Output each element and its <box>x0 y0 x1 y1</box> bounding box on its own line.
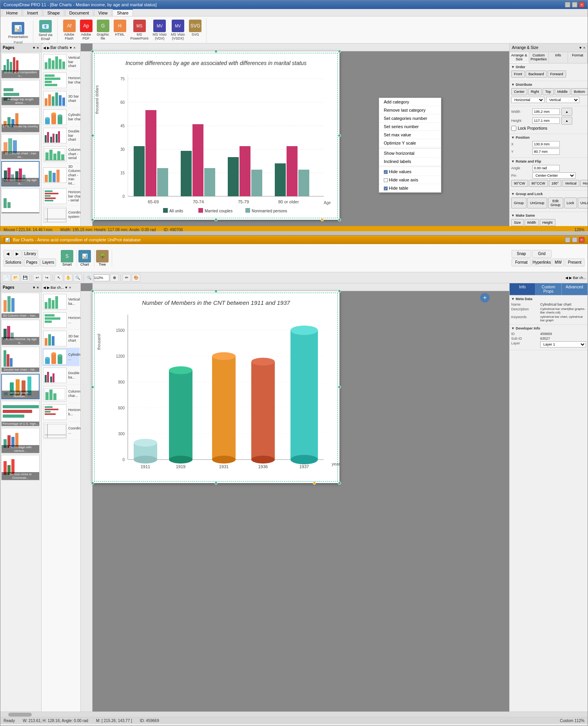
html-button[interactable]: H HTML <box>112 19 128 41</box>
graphic-file-button[interactable]: G Graphicfile <box>95 19 111 41</box>
rotate-180-button[interactable]: 180° <box>549 180 562 187</box>
tab-shape[interactable]: Shape <box>43 9 64 16</box>
page-thumb-3[interactable]: EPIET fellows by country ... <box>1 107 40 132</box>
b-chart-horizontal[interactable]: Horizontal ... <box>42 311 80 330</box>
zoom-fit-button[interactable]: ⊕ <box>110 274 119 282</box>
save-button[interactable]: 💾 <box>21 274 29 282</box>
arrange-tab-size[interactable]: Arrange & Size <box>510 52 529 63</box>
width-spin-up[interactable]: ▲ <box>561 108 572 116</box>
lock-button[interactable]: Lock <box>564 197 577 208</box>
ms-powerpoint-button[interactable]: MS MSPowerPoint <box>129 19 150 41</box>
grid-button[interactable]: Grid <box>532 250 552 258</box>
horizontal-select[interactable]: Horizontal <box>511 97 544 103</box>
developer-info-title[interactable]: ▼ Developer Info <box>511 326 586 330</box>
ctx-set-max[interactable]: Set max value <box>379 131 441 139</box>
ms-visio-vsdx-button[interactable]: MV MS Visio(VSDX) <box>169 19 186 41</box>
handle-br[interactable] <box>338 218 341 221</box>
b-chart-double[interactable]: Double ba... <box>42 366 80 385</box>
b-chart-h-serial[interactable]: Horizontal b... <box>42 403 80 422</box>
b-handle-bm[interactable] <box>214 482 218 485</box>
select-button[interactable]: ↖ <box>54 274 63 282</box>
send-email-button[interactable]: 📧 Send viaEmail <box>37 19 54 42</box>
b-page-1[interactable]: 3D Column chart – Iran... <box>1 293 40 318</box>
flip-vertical-button[interactable]: Vertical <box>562 180 579 187</box>
chart-item-h-serial[interactable]: Horizontal bar chart - serial <box>42 187 80 206</box>
snap-button[interactable]: Snap <box>512 250 531 258</box>
ctx-show-horizontal[interactable]: Show horizontal <box>379 149 441 158</box>
zoom-input[interactable] <box>94 274 109 281</box>
chart-item-vertical[interactable]: Vertical bar chart <box>42 53 80 71</box>
edit-group-button[interactable]: Edit Group <box>548 197 563 208</box>
width-input[interactable] <box>532 109 560 115</box>
y-input[interactable] <box>532 148 560 155</box>
ctx-hide-values[interactable]: Hide values <box>379 168 441 176</box>
b-chart-vertical[interactable]: Vertical ba... <box>42 293 80 311</box>
chart-item-3d-column[interactable]: 3D Column chart - Iran int... <box>42 163 80 187</box>
adobe-pdf-button[interactable]: Ap AdobePDF <box>78 19 94 41</box>
layer-select[interactable]: Layer 1 <box>540 341 586 348</box>
same-size-button[interactable]: Size <box>511 219 524 226</box>
info-tab-info[interactable]: Info <box>510 283 535 295</box>
ctx-set-series[interactable]: Set series number <box>379 123 441 131</box>
color-button[interactable]: 🎨 <box>132 274 140 282</box>
rotate-90cw-button[interactable]: 90°CW <box>511 180 528 187</box>
scrollbar-thumb[interactable] <box>8 713 32 717</box>
presentation-button[interactable]: 📊 Presentation <box>7 21 30 40</box>
svg-button[interactable]: SVG SVG <box>187 19 203 41</box>
b-handle-mr[interactable] <box>338 386 341 389</box>
tab-view[interactable]: View <box>94 9 112 16</box>
handle-ml[interactable] <box>91 134 94 137</box>
arrange-tab-info[interactable]: Info <box>549 52 568 63</box>
handle-tl[interactable] <box>91 50 94 53</box>
ctx-optimize-y[interactable]: Optimize Y scale <box>379 139 441 147</box>
b-page-7[interactable]: Serious crime in Cincinnati... <box>1 455 40 480</box>
b-chart-cylindrical[interactable]: Cylindrical ... <box>42 348 80 366</box>
height-spin-up[interactable]: ▲ <box>561 117 572 125</box>
ctx-set-categories[interactable]: Set categories number <box>379 114 441 123</box>
format-button[interactable]: Format <box>512 259 531 266</box>
redo-button[interactable]: ↪ <box>42 274 51 282</box>
b-handle-tm[interactable] <box>214 290 218 293</box>
back-button[interactable]: ◀ <box>4 250 12 258</box>
page-thumb-1[interactable]: Amino acid composition o... <box>1 53 40 78</box>
hyperlinks-button[interactable]: Hyperlinks <box>532 259 552 266</box>
close-button[interactable]: × <box>579 2 584 7</box>
right-button[interactable]: Right <box>528 88 542 95</box>
same-height-button[interactable]: Height <box>540 219 555 226</box>
solutions-button[interactable]: Solutions <box>4 259 23 266</box>
b-chart-coord[interactable]: Coordinat ... <box>42 422 80 440</box>
info-tab-advanced[interactable]: Advanced <box>562 283 588 295</box>
tab-document[interactable]: Document <box>65 9 93 16</box>
front-button[interactable]: Front <box>511 71 525 78</box>
handle-bl[interactable] <box>91 218 94 221</box>
pencil-button[interactable]: ✏ <box>122 274 131 282</box>
chart-item-cylindrical[interactable]: Cylindrical bar chart <box>42 108 80 127</box>
bottom-close[interactable]: × <box>579 237 584 243</box>
ungroup-button[interactable]: UnGroup <box>527 197 547 208</box>
tab-home[interactable]: Home <box>2 9 22 16</box>
info-tab-custom[interactable]: Custom Props <box>535 283 561 295</box>
arrange-tab-custom[interactable]: Custom Properties <box>529 52 549 63</box>
pin-select[interactable]: Center-Center <box>532 172 575 179</box>
hand-button[interactable]: ✋ <box>64 274 73 282</box>
vertical-select[interactable]: Vertical <box>546 97 579 103</box>
angle-input[interactable] <box>532 165 560 171</box>
page-thumb-5[interactable]: Median income, by age a... <box>1 161 40 186</box>
b-handle-yellow[interactable] <box>313 482 316 485</box>
center-button[interactable]: Center <box>511 88 527 95</box>
meta-data-title[interactable]: ▼ Meta Data <box>511 297 586 301</box>
minimize-button[interactable]: _ <box>565 2 570 7</box>
b-page-2[interactable]: Median income, by age a... <box>1 320 40 345</box>
open-button[interactable]: 📂 <box>11 274 20 282</box>
forward-button[interactable]: Forward <box>548 71 566 78</box>
bottom-scrollbar[interactable] <box>0 712 588 717</box>
bottom-button[interactable]: Bottom <box>571 88 588 95</box>
lock-proportions-checkbox[interactable] <box>511 126 516 131</box>
arrange-tab-format[interactable]: Format <box>568 52 588 63</box>
height-input[interactable] <box>532 118 560 124</box>
ctx-remove-category[interactable]: Remove last category <box>379 106 441 114</box>
new-button[interactable]: 📄 <box>2 274 11 282</box>
ctx-add-category[interactable]: Add category <box>379 98 441 106</box>
page-thumb-2[interactable]: Average trip length amon... <box>1 80 40 105</box>
tab-insert[interactable]: Insert <box>23 9 42 16</box>
